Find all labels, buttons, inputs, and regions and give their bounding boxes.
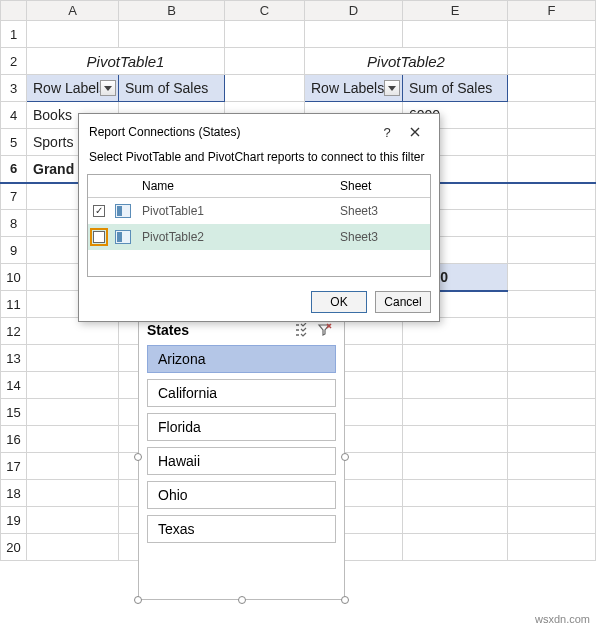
- list-item[interactable]: PivotTable2 Sheet3: [88, 224, 430, 250]
- connections-list: Name Sheet PivotTable1 Sheet3 PivotTable…: [87, 174, 431, 277]
- pivot2-title[interactable]: PivotTable2: [305, 48, 508, 75]
- list-item-name: PivotTable2: [136, 230, 340, 244]
- col-header-C[interactable]: C: [225, 1, 305, 21]
- row-header[interactable]: 1: [1, 21, 27, 48]
- row-header[interactable]: 12: [1, 318, 27, 345]
- slicer-item[interactable]: Arizona: [147, 345, 336, 373]
- pivot1-value-header[interactable]: Sum of Sales: [119, 75, 225, 102]
- dialog-message: Select PivotTable and PivotChart reports…: [79, 148, 439, 170]
- list-item-sheet: Sheet3: [340, 230, 430, 244]
- pivot2-value-header[interactable]: Sum of Sales: [403, 75, 508, 102]
- row-header[interactable]: 11: [1, 291, 27, 318]
- slicer-item[interactable]: Ohio: [147, 481, 336, 509]
- slicer-container[interactable]: States Arizona California Florida Hawaii…: [138, 314, 345, 600]
- row-header[interactable]: 10: [1, 264, 27, 291]
- pivot1-rowlabels-text: Row Labels: [33, 80, 106, 96]
- row-header[interactable]: 14: [1, 372, 27, 399]
- slicer-item[interactable]: Florida: [147, 413, 336, 441]
- col-header-A[interactable]: A: [27, 1, 119, 21]
- cancel-button[interactable]: Cancel: [375, 291, 431, 313]
- row-header[interactable]: 2: [1, 48, 27, 75]
- pivot1-rowlabels-header[interactable]: Row Labels: [27, 75, 119, 102]
- row-header[interactable]: 6: [1, 156, 27, 183]
- ok-button[interactable]: OK: [311, 291, 367, 313]
- clear-filter-icon[interactable]: [314, 321, 336, 339]
- filter-dropdown-icon[interactable]: [384, 80, 400, 96]
- pivot2-rowlabels-header[interactable]: Row Labels: [305, 75, 403, 102]
- row-header[interactable]: 19: [1, 507, 27, 534]
- resize-handle[interactable]: [238, 596, 246, 604]
- row-header[interactable]: 20: [1, 534, 27, 561]
- filter-dropdown-icon[interactable]: [100, 80, 116, 96]
- close-button[interactable]: [401, 122, 429, 142]
- resize-handle[interactable]: [134, 453, 142, 461]
- list-item-sheet: Sheet3: [340, 204, 430, 218]
- col-header-F[interactable]: F: [508, 1, 596, 21]
- help-button[interactable]: ?: [373, 122, 401, 142]
- col-header-E[interactable]: E: [403, 1, 508, 21]
- row-header[interactable]: 9: [1, 237, 27, 264]
- pivot1-title[interactable]: PivotTable1: [27, 48, 225, 75]
- checkbox[interactable]: [93, 205, 105, 217]
- resize-handle[interactable]: [341, 596, 349, 604]
- slicer-item[interactable]: Texas: [147, 515, 336, 543]
- row-header[interactable]: 5: [1, 129, 27, 156]
- multiselect-icon[interactable]: [292, 321, 314, 339]
- pivottable-icon: [115, 230, 131, 244]
- checkbox[interactable]: [93, 231, 105, 243]
- row-header[interactable]: 7: [1, 183, 27, 210]
- report-connections-dialog: Report Connections (States) ? Select Piv…: [78, 113, 440, 322]
- col-header-D[interactable]: D: [305, 1, 403, 21]
- resize-handle[interactable]: [134, 596, 142, 604]
- list-item-name: PivotTable1: [136, 204, 340, 218]
- row-header[interactable]: 16: [1, 426, 27, 453]
- resize-handle[interactable]: [341, 453, 349, 461]
- row-header[interactable]: 15: [1, 399, 27, 426]
- row-header[interactable]: 4: [1, 102, 27, 129]
- col-header-B[interactable]: B: [119, 1, 225, 21]
- dialog-title: Report Connections (States): [89, 125, 373, 139]
- row-header[interactable]: 17: [1, 453, 27, 480]
- slicer-item[interactable]: California: [147, 379, 336, 407]
- list-item[interactable]: PivotTable1 Sheet3: [88, 198, 430, 224]
- row-header[interactable]: 18: [1, 480, 27, 507]
- row-header[interactable]: 3: [1, 75, 27, 102]
- slicer-title: States: [147, 322, 292, 338]
- row-header[interactable]: 8: [1, 210, 27, 237]
- watermark: wsxdn.com: [535, 613, 590, 625]
- pivottable-icon: [115, 204, 131, 218]
- pivot2-rowlabels-text: Row Labels: [311, 80, 384, 96]
- list-header-sheet[interactable]: Sheet: [340, 179, 430, 193]
- slicer-item[interactable]: Hawaii: [147, 447, 336, 475]
- dialog-titlebar[interactable]: Report Connections (States) ?: [79, 114, 439, 148]
- list-header-name[interactable]: Name: [136, 179, 340, 193]
- select-all-cell[interactable]: [1, 1, 27, 21]
- row-header[interactable]: 13: [1, 345, 27, 372]
